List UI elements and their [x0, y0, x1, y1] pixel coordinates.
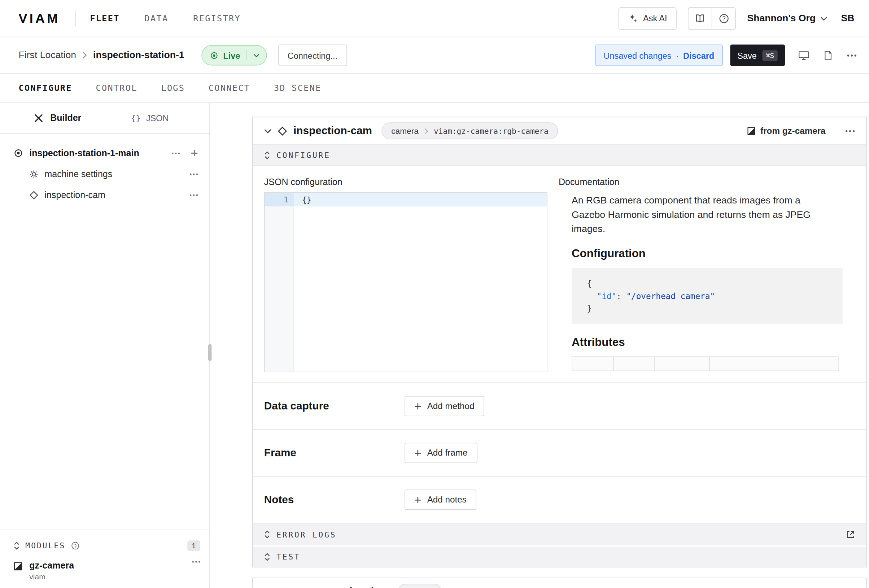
- configure-section-bar[interactable]: CONFIGURE: [253, 144, 866, 166]
- chevron-down-icon[interactable]: [264, 129, 271, 133]
- kebab-menu-icon[interactable]: [171, 152, 180, 154]
- sidebar-resize-handle[interactable]: [208, 344, 212, 361]
- unfold-icon[interactable]: [14, 541, 20, 549]
- add-frame-label: Add frame: [427, 448, 468, 458]
- nav-item-data[interactable]: DATA: [145, 13, 169, 24]
- book-icon: [695, 14, 706, 22]
- divider: [75, 11, 76, 26]
- module-icon: [747, 127, 755, 135]
- monitor-icon[interactable]: [799, 50, 810, 60]
- machine-tree: inspection-station-1-main machine: [0, 134, 209, 206]
- diamond-icon: [29, 191, 38, 200]
- add-frame-button[interactable]: Add frame: [405, 443, 477, 463]
- module-card-name: gz-camera by viam: [294, 585, 389, 588]
- component-card-header: inspection-cam camera viam:gz-camera:rgb…: [253, 117, 866, 144]
- live-status-dropdown[interactable]: Live: [202, 45, 267, 65]
- documentation-column: Documentation An RGB camera component th…: [559, 177, 855, 372]
- documentation-paragraph: An RGB camera component that reads image…: [572, 193, 836, 235]
- docs-button[interactable]: [688, 7, 712, 29]
- table-header-cell: [572, 356, 614, 371]
- documentation-panel[interactable]: An RGB camera component that reads image…: [559, 192, 855, 372]
- configure-body: Builder {} JSON inspection-station-1-mai…: [0, 103, 869, 588]
- help-button[interactable]: ?: [712, 7, 736, 29]
- add-notes-button[interactable]: Add notes: [405, 490, 476, 510]
- from-module-link[interactable]: from gz-camera: [747, 126, 826, 136]
- code-string: "/overhead_camera": [626, 292, 715, 301]
- notes-title: Notes: [264, 493, 405, 506]
- from-module-label: from gz-camera: [761, 126, 826, 136]
- data-capture-section: Data capture Add method: [253, 382, 866, 429]
- plus-icon: [414, 403, 421, 410]
- unfold-icon: [264, 151, 270, 159]
- module-list-item[interactable]: gz-camera viam: [14, 556, 201, 581]
- unfold-icon: [264, 530, 270, 539]
- connecting-button[interactable]: Connecting...: [278, 45, 347, 66]
- tools-icon: [34, 113, 44, 123]
- discard-link[interactable]: Discard: [683, 50, 714, 60]
- external-link-icon[interactable]: [846, 530, 854, 539]
- save-button[interactable]: Save ⌘S: [730, 45, 785, 66]
- tab-connect[interactable]: CONNECT: [209, 83, 250, 93]
- chevron-down-icon: [821, 16, 827, 21]
- tab-configure[interactable]: CONFIGURE: [19, 83, 72, 93]
- registry-link[interactable]: Registry: [460, 587, 506, 588]
- chevron-down-icon: [253, 53, 259, 57]
- table-header-cell: [654, 356, 710, 371]
- external-link-icon: [460, 588, 469, 588]
- machine-bar-actions: Unsaved changes · Discard Save ⌘S: [595, 45, 860, 66]
- test-bar[interactable]: TEST: [253, 545, 866, 567]
- user-avatar[interactable]: SB: [841, 13, 854, 24]
- kebab-menu-icon[interactable]: [190, 194, 198, 196]
- json-toggle-label: JSON: [146, 113, 169, 123]
- notes-section: Notes Add notes: [253, 476, 866, 523]
- nav-item-registry[interactable]: REGISTRY: [193, 13, 241, 24]
- machine-icon-buttons: [799, 50, 860, 60]
- gear-icon: [29, 170, 38, 179]
- add-method-button[interactable]: Add method: [405, 396, 484, 416]
- json-config-editor[interactable]: 1 {}: [264, 192, 547, 372]
- svg-text:?: ?: [722, 15, 725, 21]
- builder-json-toggle-row: Builder {} JSON: [0, 103, 209, 134]
- document-icon[interactable]: [824, 50, 832, 60]
- ask-ai-button[interactable]: Ask AI: [618, 7, 677, 30]
- viam-logo[interactable]: VIAM: [19, 11, 60, 26]
- plus-icon: [414, 449, 421, 456]
- json-toggle[interactable]: {} JSON: [131, 113, 169, 123]
- separator-dot: ·: [676, 50, 679, 60]
- tree-item-label: machine settings: [45, 169, 113, 179]
- plus-icon[interactable]: [191, 150, 198, 157]
- module-org: viam: [29, 573, 74, 581]
- modules-title: MODULES: [25, 541, 65, 550]
- tree-item-machine-settings[interactable]: machine settings: [0, 163, 209, 184]
- tab-control[interactable]: CONTROL: [96, 83, 137, 93]
- modules-section: MODULES ? 1 gz-camera viam: [0, 530, 209, 588]
- error-logs-bar[interactable]: ERROR LOGS: [253, 523, 866, 545]
- machine-bar: First Location inspection-station-1 Live…: [0, 37, 869, 74]
- add-method-label: Add method: [427, 401, 475, 411]
- builder-toggle[interactable]: Builder: [50, 113, 81, 123]
- question-circle-icon[interactable]: ?: [71, 541, 79, 549]
- tab-logs[interactable]: LOGS: [161, 83, 185, 93]
- nav-item-fleet[interactable]: FLEET: [90, 13, 119, 24]
- help-group: ?: [688, 7, 736, 30]
- data-capture-title: Data capture: [264, 400, 405, 412]
- tree-item-machine-part[interactable]: inspection-station-1-main: [0, 143, 209, 164]
- tab-3d-scene[interactable]: 3D SCENE: [274, 83, 322, 93]
- editor-line-number: 1: [264, 193, 294, 207]
- plus-icon: [414, 496, 421, 503]
- live-label: Live: [223, 50, 240, 60]
- doc-config-example: { "id": "/overhead_camera" }: [572, 268, 843, 324]
- unfold-icon: [264, 552, 270, 561]
- kebab-menu-icon[interactable]: [847, 54, 857, 57]
- chevron-right-icon: [82, 52, 87, 59]
- kebab-menu-icon[interactable]: [845, 129, 855, 132]
- machine-tabs: CONFIGURE CONTROL LOGS CONNECT 3D SCENE: [0, 74, 869, 103]
- kebab-menu-icon[interactable]: [190, 173, 198, 175]
- kebab-menu-icon[interactable]: [192, 561, 200, 563]
- org-switcher[interactable]: Shannon's Org: [747, 13, 827, 24]
- tree-item-inspection-cam[interactable]: inspection-cam: [0, 184, 209, 205]
- chevron-right-icon: [424, 128, 428, 134]
- code-line: {: [587, 277, 831, 290]
- breadcrumb-location[interactable]: First Location: [19, 50, 77, 61]
- ask-ai-label: Ask AI: [643, 14, 667, 24]
